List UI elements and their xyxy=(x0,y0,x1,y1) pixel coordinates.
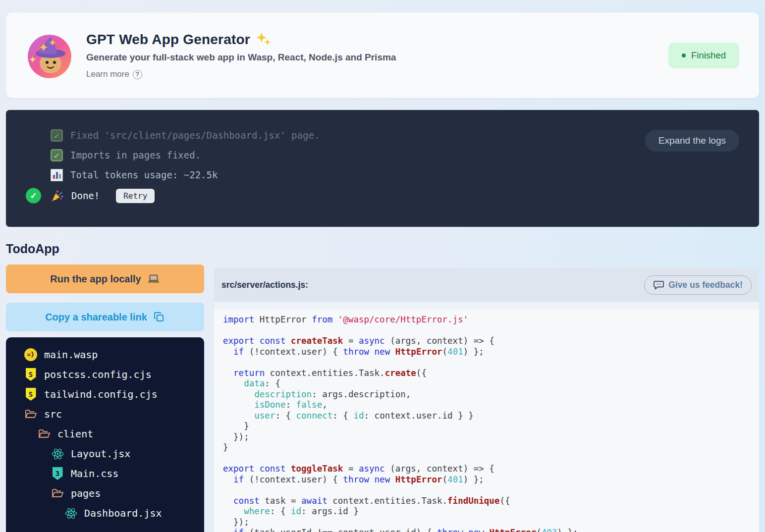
code-line: where: { id: args.id } xyxy=(223,506,759,517)
tree-item-label: pages xyxy=(71,487,101,499)
log-panel: ✓Fixed 'src/client/pages/Dashboard.jsx' … xyxy=(6,110,759,227)
code-line xyxy=(223,325,759,336)
log-text: Imports in pages fixed. xyxy=(70,150,201,160)
tree-item-main-wasp[interactable]: =}main.wasp xyxy=(6,345,204,365)
tree-item-label: Dashboard.jsx xyxy=(84,507,162,519)
tree-item-pages[interactable]: pages xyxy=(6,483,204,503)
react-icon xyxy=(51,447,64,461)
code-line: import HttpError from '@wasp/core/HttpEr… xyxy=(223,315,759,325)
log-text: Fixed 'src/client/pages/Dashboard.jsx' p… xyxy=(70,130,320,141)
tree-item-client[interactable]: client xyxy=(6,424,204,444)
run-app-locally-button[interactable]: Run the app locally xyxy=(6,265,204,293)
page: GPT Web App Generator Generate your full… xyxy=(0,0,765,532)
learn-more-label: Learn more xyxy=(86,69,129,79)
code-line: isDone: false, xyxy=(223,400,759,411)
code-line xyxy=(223,453,759,464)
code-column: src/server/actions.js: Give us feedback!… xyxy=(214,268,759,532)
tree-item-tailwind-config-cjs[interactable]: Stailwind.config.cjs xyxy=(6,384,204,404)
learn-more-link[interactable]: Learn more ? xyxy=(86,69,142,79)
party-popper-icon xyxy=(51,189,64,203)
run-app-label: Run the app locally xyxy=(50,273,141,285)
code-panel-header: src/server/actions.js: Give us feedback! xyxy=(214,268,759,302)
code-line: } xyxy=(223,442,759,453)
expand-logs-button[interactable]: Expand the logs xyxy=(645,130,739,152)
tree-item-main-css[interactable]: 3Main.css xyxy=(6,464,204,483)
speech-bubble-icon xyxy=(653,279,664,291)
react-icon xyxy=(64,507,78,520)
tree-item-label: Layout.jsx xyxy=(71,448,130,460)
wizard-mascot-avatar xyxy=(26,32,73,79)
code-line xyxy=(223,357,759,368)
left-column: Run the app locally Copy a shareable lin… xyxy=(6,265,204,532)
tree-item-label: client xyxy=(57,428,93,440)
code-line: }); xyxy=(223,432,759,443)
tree-item-label: Main.css xyxy=(71,468,118,479)
app-name-heading: TodoApp xyxy=(6,242,759,256)
tree-item-postcss-config-cjs[interactable]: Spostcss.config.cjs xyxy=(6,365,204,384)
give-feedback-button[interactable]: Give us feedback! xyxy=(644,275,752,295)
retry-button[interactable]: Retry xyxy=(116,189,155,203)
log-line: Total tokens usage: ~22.5k xyxy=(51,165,759,185)
code-line: user: { connect: { id: context.user.id }… xyxy=(223,411,759,422)
content-row: Run the app locally Copy a shareable lin… xyxy=(6,265,759,532)
header-card: GPT Web App Generator Generate your full… xyxy=(6,12,759,98)
code-line: if (task.userId !== context.user.id) { t… xyxy=(223,528,759,532)
question-icon: ? xyxy=(133,70,142,79)
code-line: } xyxy=(223,421,759,432)
tree-item-label: postcss.config.cjs xyxy=(44,369,152,380)
code-line: const task = await context.entities.Task… xyxy=(223,496,759,507)
page-title: GPT Web App Generator xyxy=(86,32,250,48)
code-line: if (!context.user) { throw new HttpError… xyxy=(223,347,759,358)
laptop-icon xyxy=(147,272,160,285)
done-label: Done! xyxy=(71,190,100,201)
wasp-file-icon: =} xyxy=(24,348,37,361)
code-line: }); xyxy=(223,517,759,528)
copy-icon xyxy=(153,311,165,323)
code-line: export const toggleTask = async (args, c… xyxy=(223,464,759,475)
feedback-label: Give us feedback! xyxy=(668,280,743,290)
check-icon: ✓ xyxy=(51,149,63,161)
log-line-done: ✓ Done! Retry xyxy=(51,186,759,206)
code-line: if (!context.user) { throw new HttpError… xyxy=(223,475,759,485)
check-icon: ✓ xyxy=(51,129,63,142)
code-line: data: { xyxy=(223,378,759,389)
code-block: import HttpError from '@wasp/core/HttpEr… xyxy=(214,310,759,532)
code-line: return context.entities.Task.create({ xyxy=(223,368,759,379)
code-panel: src/server/actions.js: Give us feedback!… xyxy=(214,268,759,532)
copy-shareable-link-button[interactable]: Copy a shareable link xyxy=(6,303,204,331)
file-tree: =}main.waspSpostcss.config.cjsStailwind.… xyxy=(6,337,204,532)
code-line xyxy=(223,485,759,496)
tree-item-dashboard-jsx[interactable]: Dashboard.jsx xyxy=(6,503,204,523)
status-badge: Finished xyxy=(668,43,739,68)
tree-item-label: main.wasp xyxy=(44,349,98,361)
status-label: Finished xyxy=(691,50,726,61)
folder-open-icon xyxy=(38,429,51,439)
js-shield-icon: S xyxy=(26,388,36,401)
css-shield-icon: 3 xyxy=(53,467,63,480)
log-text: Total tokens usage: ~22.5k xyxy=(70,169,218,180)
copy-link-label: Copy a shareable link xyxy=(45,312,147,323)
tree-item-layout-jsx[interactable]: Layout.jsx xyxy=(6,444,204,464)
tree-item-src[interactable]: src xyxy=(6,404,204,424)
sparkles-icon xyxy=(255,31,272,48)
folder-open-icon xyxy=(25,409,37,420)
success-check-icon: ✓ xyxy=(26,188,41,204)
tree-item-label: src xyxy=(44,408,62,420)
code-file-label: src/server/actions.js: xyxy=(221,280,308,290)
page-subtitle: Generate your full-stack web app in Wasp… xyxy=(86,52,396,63)
status-dot-icon xyxy=(682,53,686,57)
code-line: export const createTask = async (args, c… xyxy=(223,336,759,347)
code-line: description: args.description, xyxy=(223,389,759,400)
tree-item-label: tailwind.config.cjs xyxy=(44,388,158,400)
bar-chart-icon xyxy=(51,169,63,181)
folder-open-icon xyxy=(52,488,64,499)
js-shield-icon: S xyxy=(26,368,36,381)
